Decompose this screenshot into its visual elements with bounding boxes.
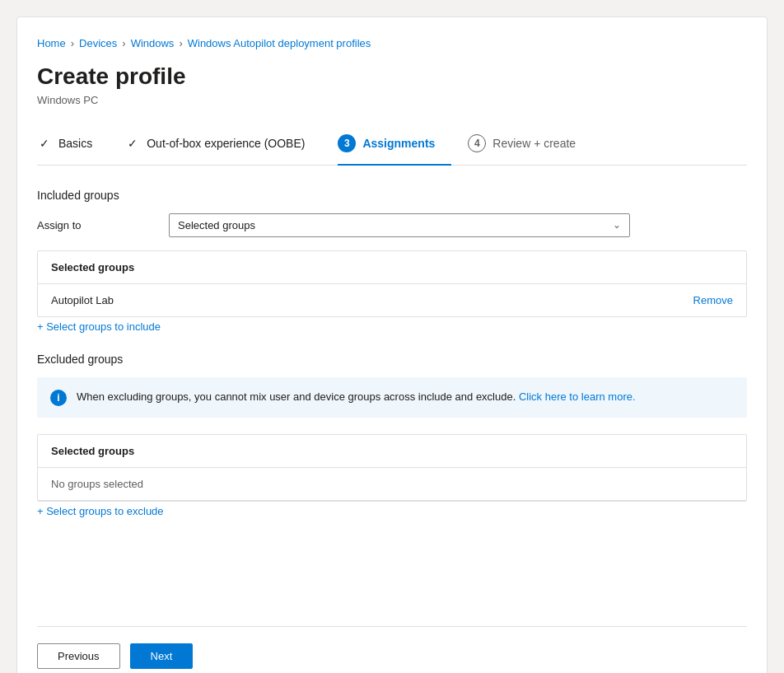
excluded-selected-groups-heading: Selected groups	[38, 435, 746, 468]
step-num-review: 4	[468, 134, 486, 152]
assign-to-dropdown[interactable]: Selected groups ⌄	[169, 213, 630, 237]
page-subtitle: Windows PC	[37, 94, 747, 106]
page-title: Create profile	[37, 63, 747, 91]
footer: Previous Next	[37, 626, 747, 673]
breadcrumb-sep-1: ›	[71, 37, 74, 49]
check-icon-oobe: ✓	[125, 136, 140, 151]
included-group-row: Autopilot Lab Remove	[38, 284, 746, 316]
step-num-assignments: 3	[338, 134, 356, 152]
breadcrumb-autopilot[interactable]: Windows Autopilot deployment profiles	[188, 37, 371, 49]
info-banner: i When excluding groups, you cannot mix …	[37, 377, 747, 418]
step-review-label: Review + create	[492, 137, 576, 150]
excluded-groups-title: Excluded groups	[37, 353, 747, 366]
select-groups-exclude-link[interactable]: + Select groups to exclude	[37, 505, 747, 517]
step-assignments[interactable]: 3 Assignments	[338, 126, 451, 166]
page-card: Home › Devices › Windows › Windows Autop…	[16, 16, 768, 673]
info-message: When excluding groups, you cannot mix us…	[77, 390, 516, 403]
assign-to-label: Assign to	[37, 219, 169, 231]
info-learn-more-link[interactable]: Click here to learn more.	[519, 390, 636, 403]
previous-button[interactable]: Previous	[37, 643, 120, 669]
breadcrumb: Home › Devices › Windows › Windows Autop…	[37, 37, 747, 49]
included-selected-groups-heading: Selected groups	[38, 251, 746, 284]
assign-to-row: Assign to Selected groups ⌄	[37, 213, 747, 237]
wizard-steps: ✓ Basics ✓ Out-of-box experience (OOBE) …	[37, 126, 747, 166]
breadcrumb-sep-2: ›	[122, 37, 125, 49]
step-basics-label: Basics	[58, 137, 92, 150]
remove-group-link[interactable]: Remove	[693, 294, 733, 306]
step-oobe-label: Out-of-box experience (OOBE)	[147, 137, 305, 150]
step-oobe[interactable]: ✓ Out-of-box experience (OOBE)	[125, 128, 321, 162]
included-selected-groups-box: Selected groups Autopilot Lab Remove	[37, 250, 747, 317]
excluded-selected-groups-box: Selected groups No groups selected	[37, 434, 747, 502]
no-groups-row: No groups selected	[38, 468, 746, 501]
info-icon: i	[50, 390, 67, 406]
breadcrumb-home[interactable]: Home	[37, 37, 66, 49]
step-assignments-label: Assignments	[362, 137, 435, 150]
main-content: Included groups Assign to Selected group…	[37, 189, 747, 626]
breadcrumb-sep-3: ›	[179, 37, 182, 49]
select-groups-include-link[interactable]: + Select groups to include	[37, 320, 747, 333]
chevron-down-icon: ⌄	[613, 219, 621, 231]
check-icon-basics: ✓	[37, 136, 52, 151]
step-review[interactable]: 4 Review + create	[468, 126, 592, 164]
assign-to-value: Selected groups	[178, 219, 255, 231]
breadcrumb-devices[interactable]: Devices	[79, 37, 117, 49]
next-button[interactable]: Next	[130, 643, 194, 669]
included-group-name: Autopilot Lab	[51, 294, 114, 306]
breadcrumb-windows[interactable]: Windows	[131, 37, 175, 49]
included-groups-title: Included groups	[37, 189, 747, 202]
info-text: When excluding groups, you cannot mix us…	[77, 389, 636, 405]
step-basics[interactable]: ✓ Basics	[37, 128, 109, 162]
